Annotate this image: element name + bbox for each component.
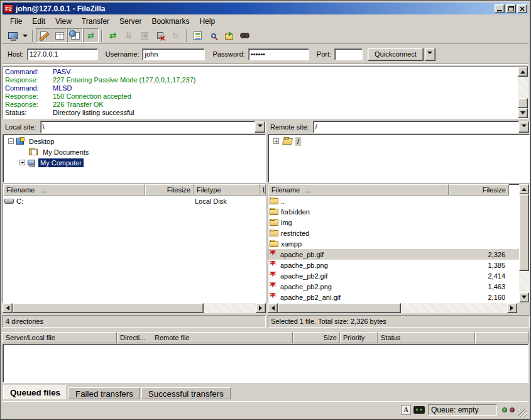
remote-tree-button[interactable] <box>67 28 83 43</box>
message-log-button[interactable] <box>36 28 52 43</box>
queue-column-status[interactable]: Status <box>378 332 475 343</box>
queue-column-size[interactable]: Size <box>293 332 340 343</box>
log-scrollbar[interactable] <box>518 67 528 118</box>
compare-button[interactable] <box>237 28 253 43</box>
menu-file[interactable]: File <box>5 16 27 27</box>
scroll-up-icon[interactable] <box>518 67 528 77</box>
port-input[interactable] <box>334 48 363 60</box>
local-file-row-c[interactable]: C:Local Disk <box>3 196 265 206</box>
local-site-dropdown-button[interactable] <box>255 121 265 133</box>
remote-list-scrollbar[interactable] <box>519 184 529 302</box>
log-entry-type: Command: <box>5 84 53 92</box>
resize-grip[interactable] <box>518 409 527 417</box>
column-header-filename[interactable]: Filename <box>268 184 449 196</box>
titlebar[interactable]: Fz john@127.0.0.1 - FileZilla <box>3 3 528 14</box>
scroll-right-icon[interactable] <box>507 303 517 313</box>
menu-server[interactable]: Server <box>114 16 146 27</box>
remote-directory-tree: +/ <box>268 134 530 183</box>
scroll-down-icon[interactable] <box>519 292 529 302</box>
tab-successful-transfers[interactable]: Successful transfers <box>141 387 231 399</box>
sync-browse-icon <box>225 34 233 40</box>
open-folder-icon <box>282 138 293 145</box>
remote-file-row-forbidden[interactable]: forbidden <box>268 206 519 217</box>
filename-cell: apache_pb2.gif <box>270 272 450 280</box>
remote-file-row-restricted[interactable]: restricted <box>268 228 519 238</box>
queue-column-server-local-file[interactable]: Server/Local file <box>3 332 117 343</box>
log-entry-text: 227 Entering Passive Mode (127,0,0,1,17,… <box>53 76 195 84</box>
remote-site-dropdown-button[interactable] <box>518 121 529 133</box>
menu-view[interactable]: View <box>50 16 77 27</box>
quickconnect-dropdown-button[interactable] <box>425 48 435 61</box>
menu-help[interactable]: Help <box>194 16 220 27</box>
file-name: C: <box>16 197 23 205</box>
transfer-queue-button[interactable] <box>83 28 99 43</box>
scroll-down-icon[interactable] <box>518 108 528 118</box>
message-log: Command:PASVResponse:227 Entering Passiv… <box>3 66 528 119</box>
sync-browse-button[interactable] <box>221 28 237 43</box>
remote-file-row-img[interactable]: img <box>268 217 519 228</box>
remote-file-row-xampp[interactable]: xampp <box>268 238 519 249</box>
remote-hscrollbar[interactable] <box>268 303 517 313</box>
remote-file-row-apache-pb2-ani-gif[interactable]: apache_pb2_ani.gif2,160 <box>268 292 519 302</box>
password-input[interactable] <box>248 48 309 60</box>
menu-edit[interactable]: Edit <box>27 16 50 27</box>
site-manager-caret-button[interactable] <box>21 28 30 43</box>
username-input[interactable] <box>142 48 205 60</box>
remote-site-label: Remote site: <box>268 123 313 131</box>
filter-button[interactable] <box>190 28 205 43</box>
scroll-right-icon[interactable] <box>256 303 266 313</box>
maximize-button[interactable] <box>506 4 516 13</box>
disconnect-button[interactable] <box>152 28 168 43</box>
column-header-l[interactable]: L <box>260 184 266 196</box>
remote-tree-icon <box>71 32 80 40</box>
scroll-thumb[interactable] <box>519 194 529 271</box>
local-tree-button[interactable] <box>52 28 67 43</box>
expand-icon[interactable]: + <box>19 160 25 165</box>
image-file-icon <box>270 261 278 270</box>
column-header-filename[interactable]: Filename <box>3 184 145 196</box>
scroll-left-icon[interactable] <box>268 303 278 313</box>
scroll-thumb[interactable] <box>518 98 528 108</box>
sort-ascending-icon <box>41 188 46 192</box>
local-tree-item-desktop[interactable]: −Desktop <box>3 136 265 146</box>
close-button[interactable] <box>517 4 527 13</box>
scroll-left-icon[interactable] <box>3 303 13 313</box>
column-header-filetype[interactable]: Filetype <box>194 184 260 196</box>
remote-tree-item-[interactable]: +/ <box>268 136 529 146</box>
remote-file-row-apache-pb-gif[interactable]: apache_pb.gif2,326 <box>268 249 519 260</box>
remote-file-row-apache-pb2-gif[interactable]: apache_pb2.gif2,414 <box>268 270 519 281</box>
collapse-icon[interactable]: − <box>8 138 14 144</box>
local-tree-item-my-computer[interactable]: +My Computer <box>3 157 265 168</box>
expand-icon[interactable]: + <box>273 138 279 144</box>
scroll-thumb[interactable] <box>13 303 204 313</box>
column-header-filesize[interactable]: Filesize <box>449 184 509 196</box>
remote-site-combo[interactable]: / <box>313 121 530 133</box>
remote-file-row-[interactable]: .. <box>268 196 519 206</box>
local-tree-icon <box>55 32 64 40</box>
site-manager-button[interactable] <box>5 28 21 43</box>
local-site-combo[interactable]: \ <box>40 121 266 133</box>
local-tree-item-my-documents[interactable]: My Documents <box>3 146 265 157</box>
queue-column-directi[interactable]: Directi... <box>117 332 151 343</box>
host-input[interactable] <box>27 48 98 60</box>
queue-column-remote-file[interactable]: Remote file <box>151 332 293 343</box>
queue-column-priority[interactable]: Priority <box>340 332 378 343</box>
remote-file-row-apache-pb2-png[interactable]: apache_pb2.png1,463 <box>268 281 519 292</box>
tab-queued-files[interactable]: Queued files <box>3 385 67 399</box>
file-search-button[interactable] <box>205 28 221 43</box>
refresh-button[interactable] <box>105 28 121 43</box>
scroll-up-icon[interactable] <box>519 184 529 194</box>
file-name: xampp <box>281 240 302 248</box>
scroll-thumb[interactable] <box>278 303 401 313</box>
menu-bookmarks[interactable]: Bookmarks <box>146 16 194 27</box>
tab-failed-transfers[interactable]: Failed transfers <box>68 387 140 399</box>
queue-column-filler <box>475 332 528 343</box>
local-hscrollbar[interactable] <box>3 303 266 313</box>
column-header-filesize[interactable]: Filesize <box>145 184 194 196</box>
log-entry-type: Response: <box>5 76 53 84</box>
menu-transfer[interactable]: Transfer <box>77 16 114 27</box>
quickconnect-button[interactable]: Quickconnect <box>368 48 424 61</box>
minimize-button[interactable] <box>495 4 505 13</box>
toolbar-separator <box>101 30 102 42</box>
remote-file-row-apache-pb-png[interactable]: apache_pb.png1,385 <box>268 260 519 270</box>
